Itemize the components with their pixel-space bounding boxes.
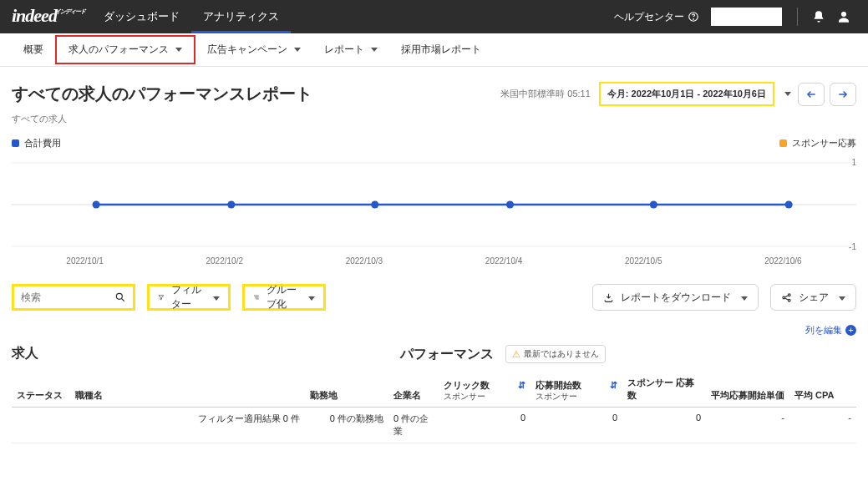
sponsor-apps-total: 0 [622,408,706,443]
date-prev-button[interactable] [798,83,825,106]
sort-icon[interactable]: ⇵ [610,379,617,391]
date-range-picker[interactable]: 今月: 2022年10月1日 - 2022年10月6日 [599,82,774,106]
ytick-top: 1 [851,158,856,167]
download-icon [603,292,614,303]
col-avg-cpa[interactable]: 平均 CPA [789,372,856,407]
topbar-search-input[interactable] [711,8,782,26]
stale-warning-badge: ⚠最新ではありません [505,345,606,363]
svg-point-2 [841,12,846,17]
download-report-button[interactable]: レポートをダウンロード [592,284,759,311]
topbar: indeedインディード ダッシュボード アナリティクス ヘルプセンター [0,0,868,33]
svg-point-8 [371,201,378,209]
edit-columns-button[interactable]: 列を編集+ [12,324,856,337]
col-app-starts[interactable]: 応募開始数⇵ スポンサー [530,372,622,407]
col-status[interactable]: ステータス [12,372,70,407]
filter-icon [158,292,165,302]
performance-chart: 1 -1 [12,154,856,255]
page-title: すべての求人のパフォーマンスレポート [12,83,312,105]
table-summary-row: フィルター適用結果 0 件 0 件の勤務地 0 件の企業 0 0 0 - - [12,408,856,443]
date-next-button[interactable] [830,83,856,106]
search-input[interactable]: 検索 [12,284,135,311]
share-icon [781,292,792,303]
topnav-analytics[interactable]: アナリティクス [191,0,291,33]
subnav-market-report[interactable]: 採用市場レポート [389,37,493,63]
help-icon [688,11,699,23]
svg-point-7 [227,201,235,209]
col-location[interactable]: 勤務地 [305,372,388,407]
col-company[interactable]: 企業名 [388,372,439,407]
svg-point-6 [93,201,100,209]
col-sponsor-apps[interactable]: スポンサー 応募数 [622,372,706,407]
chart-legend: 合計費用 スポンサー応募 [12,137,856,149]
plus-circle-icon: + [845,325,856,336]
subnav-job-performance[interactable]: 求人のパフォーマンス [55,35,195,64]
chart-x-labels: 2022/10/1 2022/10/2 2022/10/3 2022/10/4 … [12,256,856,266]
svg-point-11 [785,201,793,209]
subnav: 概要 求人のパフォーマンス 広告キャンペーン レポート 採用市場レポート [0,33,868,67]
avg-start-price-total: - [706,408,789,443]
apps-total: 0 [530,408,622,443]
legend-label-sponsor: スポンサー応募 [792,137,856,149]
subnav-report[interactable]: レポート [312,37,389,63]
svg-point-10 [650,201,657,209]
legend-dot-cost [12,139,19,147]
share-button[interactable]: シェア [770,284,856,311]
page-subtitle: すべての求人 [12,113,856,125]
filter-result-count: フィルター適用結果 0 件 [70,408,305,443]
group-icon [253,292,260,302]
topnav-dashboard[interactable]: ダッシュボード [92,0,191,33]
timezone-label: 米国中部標準時 05:11 [500,88,591,100]
filter-button[interactable]: フィルター [147,284,231,311]
legend-dot-sponsor [779,139,787,147]
date-range-chevron-icon[interactable] [781,92,791,96]
account-icon[interactable] [831,9,856,24]
subnav-overview[interactable]: 概要 [12,37,55,63]
col-clicks[interactable]: クリック数⇵ スポンサー [439,372,530,407]
location-count: 0 件の勤務地 [305,408,388,443]
section-performance-title: パフォーマンス [400,346,494,363]
avg-cpa-total: - [789,408,856,443]
svg-point-9 [506,201,514,209]
sort-icon[interactable]: ⇵ [518,379,525,391]
col-job-name[interactable]: 職種名 [70,372,305,407]
logo[interactable]: indeedインディード [12,5,87,27]
clicks-total: 0 [439,408,530,443]
col-avg-start-price[interactable]: 平均応募開始単価 [706,372,789,407]
svg-point-12 [116,293,122,299]
subnav-ad-campaign[interactable]: 広告キャンペーン [195,37,312,63]
ytick-bottom: -1 [849,242,856,251]
svg-point-1 [693,19,694,20]
search-icon [114,291,126,303]
table-header: ステータス 職種名 勤務地 企業名 クリック数⇵ スポンサー 応募開始数⇵ スポ… [12,372,856,408]
section-jobs-title: 求人 [12,345,400,362]
notifications-icon[interactable] [806,10,831,23]
help-center-link[interactable]: ヘルプセンター [614,10,699,24]
group-button[interactable]: グループ化 [242,284,326,311]
company-count: 0 件の企業 [388,408,439,443]
warning-icon: ⚠ [512,349,520,360]
legend-label-cost: 合計費用 [24,137,61,149]
